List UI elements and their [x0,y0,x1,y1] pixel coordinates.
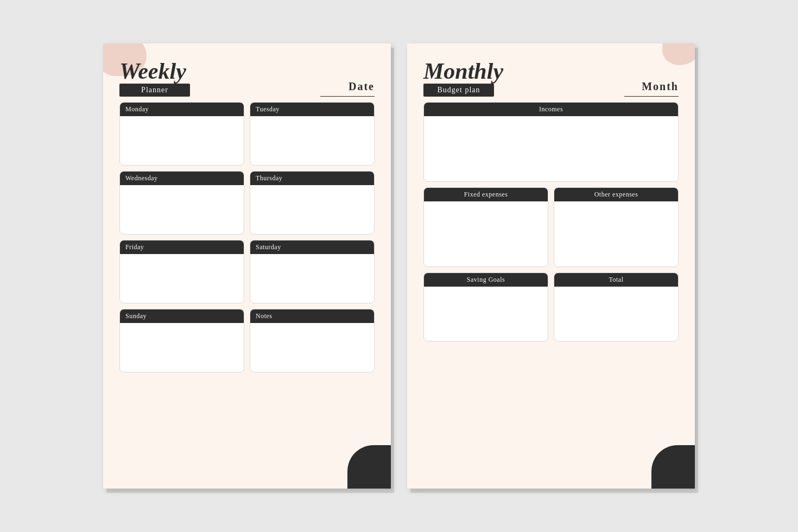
day-box-saturday: Saturday [250,240,375,303]
budget-section: Incomes Fixed expenses Other expenses [423,102,679,341]
monthly-planner-page: Monthly Budget plan Month Incomes Fi [407,43,695,489]
day-box-thursday: Thursday [250,171,375,235]
weekly-header: Weekly Planner Date [119,60,375,97]
day-header-monday: Monday [120,103,244,116]
day-content-friday[interactable] [120,254,244,303]
saving-goals-box: Saving Goals [423,273,548,341]
incomes-header: Incomes [424,103,678,116]
monthly-month-label: Month [624,80,679,93]
main-container: Weekly Planner Date Monday Tuesday [81,22,717,510]
incomes-content[interactable] [424,116,678,176]
weekly-day-grid: Monday Tuesday Wednesday Thursday Friday [119,102,375,372]
goals-total-grid: Saving Goals Total [423,273,679,341]
total-box: Total [554,273,679,341]
day-header-thursday: Thursday [250,172,374,185]
fixed-expenses-content[interactable] [424,201,548,267]
day-content-saturday[interactable] [250,254,374,303]
saving-goals-content[interactable] [424,287,548,341]
weekly-planner-wrapper: Weekly Planner Date Monday Tuesday [103,43,391,489]
monthly-title-block: Monthly Budget plan [423,60,503,97]
day-box-wednesday: Wednesday [119,171,244,235]
day-header-friday: Friday [120,240,244,254]
monthly-month-block: Month [624,80,679,97]
weekly-date-block: Date [320,80,375,97]
total-content[interactable] [554,287,678,341]
day-content-notes[interactable] [250,323,374,372]
monthly-subtitle-bar: Budget plan [423,84,494,97]
day-header-wednesday: Wednesday [120,172,244,185]
day-box-monday: Monday [119,102,244,166]
other-expenses-header: Other expenses [554,188,678,201]
day-box-friday: Friday [119,240,244,303]
day-box-notes: Notes [250,309,375,372]
day-header-tuesday: Tuesday [250,103,374,116]
weekly-main-title: Weekly [119,60,186,83]
other-expenses-box: Other expenses [554,187,679,267]
other-expenses-content[interactable] [554,201,678,267]
day-content-wednesday[interactable] [120,185,244,234]
day-header-sunday: Sunday [120,309,244,323]
fixed-expenses-box: Fixed expenses [423,187,548,267]
weekly-planner-page: Weekly Planner Date Monday Tuesday [103,43,391,489]
expenses-grid: Fixed expenses Other expenses [423,187,679,267]
monthly-planner-wrapper: Monthly Budget plan Month Incomes Fi [407,43,695,489]
incomes-box: Incomes [423,102,679,182]
decorative-blob-bottom-right [347,445,391,489]
day-content-tuesday[interactable] [250,116,374,165]
monthly-month-line [624,96,679,97]
day-content-monday[interactable] [120,116,244,165]
weekly-date-line [320,96,375,97]
day-content-thursday[interactable] [250,185,374,234]
weekly-date-label: Date [320,80,375,93]
monthly-header: Monthly Budget plan Month [423,60,679,97]
monthly-blob-bottom-right [651,445,695,489]
weekly-subtitle-bar: Planner [119,84,190,97]
weekly-title-block: Weekly Planner [119,60,190,97]
fixed-expenses-header: Fixed expenses [424,188,548,201]
day-header-saturday: Saturday [250,240,374,254]
day-content-sunday[interactable] [120,323,244,372]
day-box-sunday: Sunday [119,309,244,372]
day-box-tuesday: Tuesday [250,102,375,166]
total-header: Total [554,273,678,287]
monthly-main-title: Monthly [423,60,503,83]
day-header-notes: Notes [250,309,374,323]
saving-goals-header: Saving Goals [424,273,548,287]
